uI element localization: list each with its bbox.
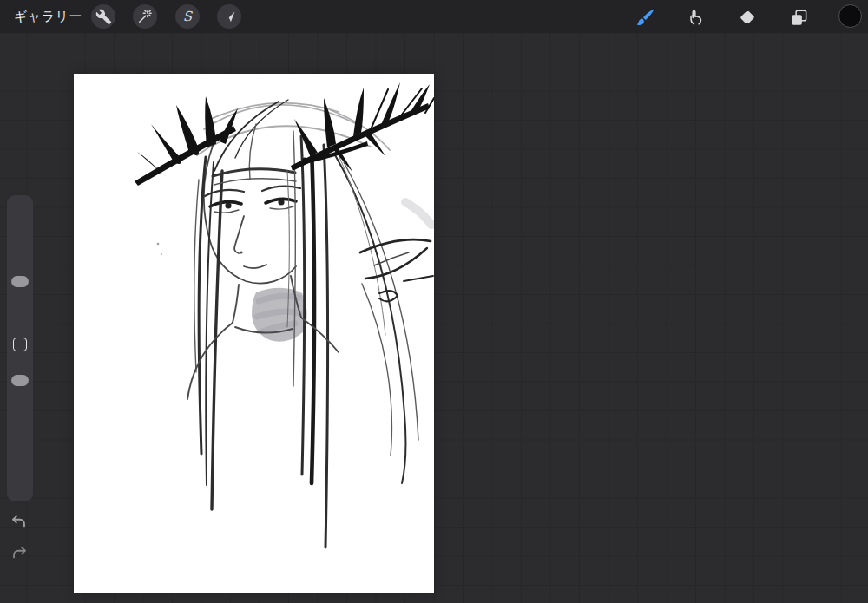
- opacity-slider[interactable]: [7, 360, 33, 501]
- color-swatch[interactable]: [838, 4, 862, 28]
- redo-arrow-icon: [10, 543, 29, 562]
- transform-arrow-icon: [221, 9, 238, 25]
- brush-size-slider[interactable]: [7, 195, 33, 334]
- paint-tool-button[interactable]: [634, 7, 654, 28]
- layers-icon: [789, 8, 809, 28]
- layers-button[interactable]: [788, 7, 809, 28]
- artwork-sketch: [74, 74, 434, 593]
- topbar: ギャラリー S: [0, 0, 868, 33]
- svg-text:S: S: [183, 9, 194, 24]
- gallery-button[interactable]: ギャラリー: [14, 0, 82, 33]
- selection-s-icon: S: [179, 7, 196, 26]
- drawing-canvas[interactable]: [74, 74, 434, 593]
- modify-button[interactable]: [13, 338, 27, 351]
- eraser-icon: [738, 8, 757, 27]
- magic-wand-icon: [136, 8, 154, 25]
- transform-button[interactable]: [217, 4, 241, 29]
- side-toolbar: [7, 195, 33, 501]
- brush-size-handle[interactable]: [11, 276, 29, 287]
- actions-button[interactable]: [91, 4, 115, 29]
- adjustments-button[interactable]: [133, 4, 157, 29]
- undo-button[interactable]: [9, 511, 30, 532]
- opacity-handle[interactable]: [11, 375, 29, 386]
- smudge-tool-button[interactable]: [686, 7, 707, 28]
- selection-button[interactable]: S: [175, 4, 200, 29]
- erase-tool-button[interactable]: [737, 7, 758, 28]
- procreate-screen: ギャラリー S: [0, 0, 868, 603]
- redo-button[interactable]: [9, 542, 30, 563]
- paintbrush-icon: [635, 8, 654, 28]
- undo-arrow-icon: [10, 512, 29, 531]
- smudge-finger-icon: [687, 8, 706, 27]
- wrench-icon: [95, 9, 112, 25]
